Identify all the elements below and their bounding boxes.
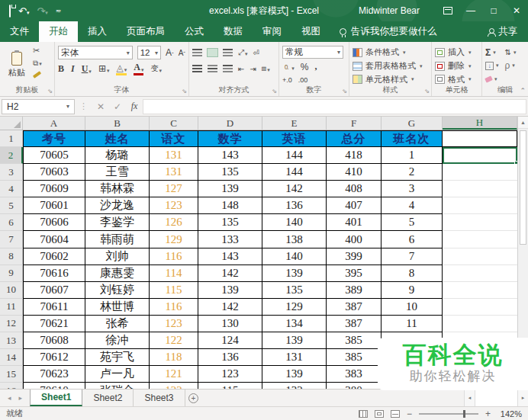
cell[interactable]: 383 [327, 366, 382, 383]
collapse-ribbon-icon[interactable]: ⌃ [520, 87, 526, 95]
cell[interactable]: 135 [262, 282, 327, 299]
increase-decimal-icon[interactable]: +.0 [282, 76, 292, 84]
table-header-cell[interactable]: 数学 [198, 130, 262, 147]
cell[interactable]: 70605 [23, 147, 85, 164]
sheet-nav-right-icon[interactable]: ▸ [19, 394, 23, 402]
ribbon-display-options-icon[interactable] [436, 0, 459, 21]
row-header[interactable]: 12 [0, 316, 23, 332]
cell[interactable]: 142 [262, 181, 327, 197]
vertical-scroll-thumb[interactable] [520, 130, 526, 245]
cell[interactable]: 138 [262, 231, 327, 248]
account-user-name[interactable]: Midwinter Bear [359, 5, 420, 16]
cell[interactable]: 389 [327, 282, 382, 299]
cell[interactable]: 408 [327, 181, 382, 197]
table-header-cell[interactable]: 姓名 [85, 130, 150, 147]
cell[interactable]: 395 [327, 265, 382, 282]
insert-function-icon[interactable]: fx [126, 101, 143, 112]
clear-icon[interactable]: ▾ [485, 74, 499, 85]
enter-icon[interactable]: ✓ [109, 101, 126, 112]
new-sheet-button[interactable]: + [185, 390, 202, 406]
table-header-cell[interactable]: 英语 [262, 130, 327, 147]
cell[interactable]: 148 [198, 197, 262, 214]
cell[interactable]: 124 [198, 332, 262, 349]
row-header[interactable]: 1 [0, 130, 23, 147]
cell[interactable]: 张希 [85, 316, 150, 332]
cell[interactable]: 114 [150, 265, 198, 282]
column-header[interactable]: B [85, 117, 150, 130]
increase-indent-icon[interactable]: ⇥ [250, 65, 256, 73]
tab-formulas[interactable]: 公式 [175, 21, 214, 42]
tab-review[interactable]: 审阅 [253, 21, 291, 42]
align-left-icon[interactable] [192, 65, 202, 72]
cut-icon[interactable]: ✂ [33, 46, 42, 56]
cell[interactable]: 沙龙逸 [85, 197, 150, 214]
cell[interactable]: 129 [150, 231, 198, 248]
format-cells-button[interactable]: 格式▾ [435, 73, 472, 85]
cell[interactable]: 136 [198, 349, 262, 366]
cell[interactable]: 122 [150, 383, 198, 389]
tab-data[interactable]: 数据 [214, 21, 253, 42]
cell[interactable]: 70610 [23, 383, 85, 389]
font-name-select[interactable]: 宋体▾ [58, 46, 133, 59]
sort-filter-icon[interactable]: ⇅▾ [505, 46, 517, 58]
cell[interactable]: 129 [262, 299, 327, 316]
cell[interactable] [443, 316, 517, 332]
sheet-tab-sheet3[interactable]: Sheet3 [134, 390, 185, 406]
tell-me-box[interactable]: 告诉我你想要做什么 [330, 21, 446, 42]
cell[interactable]: 127 [150, 181, 198, 197]
row-header[interactable]: 4 [0, 181, 23, 197]
cell[interactable]: 70606 [23, 214, 85, 231]
zoom-slider[interactable] [419, 413, 478, 415]
accounting-format-icon[interactable]: 🄀▾ [282, 62, 295, 72]
align-center-icon[interactable] [208, 65, 217, 72]
cell[interactable]: 135 [198, 164, 262, 181]
cell[interactable]: 70623 [23, 366, 85, 383]
cell[interactable]: 380 [327, 383, 382, 389]
merge-center-icon[interactable]: ⧈▾ [262, 64, 270, 73]
row-header[interactable]: 7 [0, 231, 23, 248]
cell[interactable] [443, 197, 517, 214]
bold-button[interactable]: B [58, 63, 64, 75]
cell[interactable] [443, 181, 517, 197]
cell[interactable]: 410 [327, 164, 382, 181]
cell[interactable]: 131 [150, 147, 198, 164]
cell[interactable]: 康惠雯 [85, 265, 150, 282]
cell[interactable]: 116 [150, 299, 198, 316]
cell[interactable]: 144 [262, 164, 327, 181]
name-box[interactable]: H2▾ [2, 99, 75, 114]
cell[interactable]: 144 [262, 147, 327, 164]
cell[interactable]: 115 [150, 282, 198, 299]
horizontal-scroll-track[interactable] [475, 390, 517, 406]
scroll-left-icon[interactable]: ◂ [464, 390, 475, 406]
cell[interactable]: 140 [262, 214, 327, 231]
grow-font-icon[interactable]: Aˆ [166, 47, 174, 58]
cell[interactable]: 139 [198, 282, 262, 299]
cell[interactable]: 122 [150, 332, 198, 349]
cell[interactable]: 133 [198, 231, 262, 248]
cell[interactable]: 8 [382, 265, 443, 282]
column-header[interactable]: G [382, 117, 443, 130]
cell[interactable]: 1 [382, 147, 443, 164]
zoom-slider-thumb[interactable] [463, 410, 465, 418]
cell[interactable]: 70602 [23, 248, 85, 265]
tab-insert[interactable]: 插入 [78, 21, 117, 42]
font-color-icon[interactable]: A▾ [134, 62, 143, 75]
row-header[interactable]: 11 [0, 299, 23, 316]
tab-file[interactable]: 文件 [0, 21, 39, 42]
cell[interactable]: 10 [382, 299, 443, 316]
cell[interactable]: 70611 [23, 299, 85, 316]
minimize-button[interactable]: — [459, 0, 482, 21]
format-as-table-button[interactable]: 套用表格格式▾ [353, 60, 423, 72]
font-size-select[interactable]: 12▾ [137, 46, 161, 59]
cell[interactable]: 121 [150, 366, 198, 383]
cell[interactable]: 418 [327, 147, 382, 164]
sheet-tab-sheet1[interactable]: Sheet1 [30, 390, 82, 406]
cell[interactable]: 143 [198, 147, 262, 164]
underline-button[interactable]: U▾ [82, 63, 92, 75]
orientation-icon[interactable]: ⤢▾ [238, 48, 248, 57]
cell[interactable]: 401 [327, 214, 382, 231]
cell[interactable]: 70612 [23, 349, 85, 366]
paste-button[interactable]: 粘贴 [3, 44, 31, 85]
horizontal-scrollbar[interactable]: ◂ ▸ [464, 390, 528, 406]
cell[interactable]: 4 [382, 197, 443, 214]
